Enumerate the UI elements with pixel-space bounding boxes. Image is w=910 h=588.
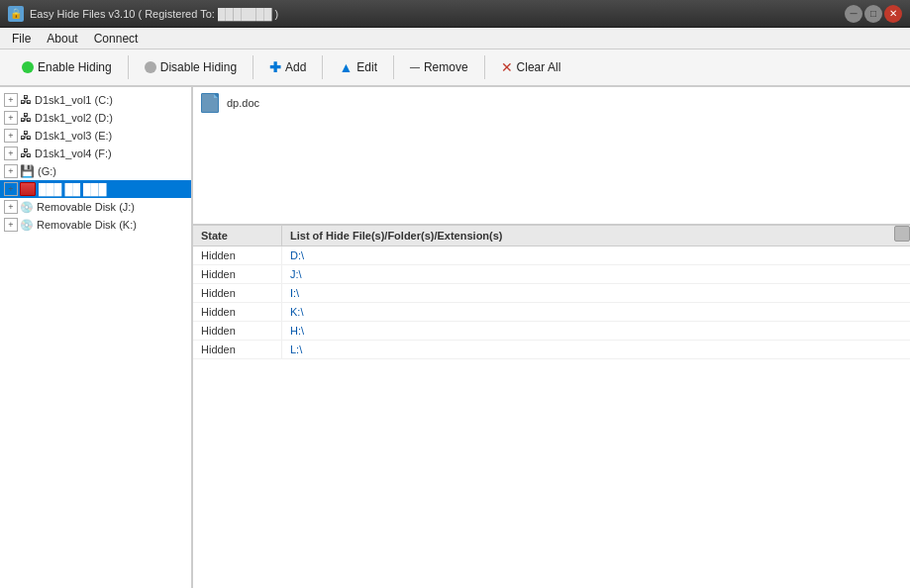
- file-preview: dp.doc: [193, 87, 910, 226]
- menu-bar: File About Connect: [0, 28, 910, 49]
- menu-file[interactable]: File: [4, 30, 39, 48]
- title-bar-controls: ─ □ ✕: [845, 5, 902, 23]
- table-row[interactable]: Hidden I:\: [193, 284, 910, 303]
- disable-hiding-button[interactable]: Disable Hiding: [131, 49, 251, 85]
- list-scroll-indicator: [894, 226, 910, 242]
- disk-icon-f: 🖧: [20, 147, 32, 160]
- tree-label-d: D1sk1_vol2 (D:): [35, 112, 113, 124]
- tree-item-g[interactable]: + 💾 (G:): [0, 162, 191, 180]
- tree-item-e[interactable]: + 🖧 D1sk1_vol3 (E:): [0, 127, 191, 145]
- row-path-4: H:\: [282, 322, 910, 340]
- row-path-1: J:\: [282, 265, 910, 283]
- disk-icon-e: 🖧: [20, 129, 32, 143]
- tree-item-f[interactable]: + 🖧 D1sk1_vol4 (F:): [0, 145, 191, 162]
- enable-hiding-dot: [22, 61, 34, 73]
- tree-label-red: ███ ██ ███: [39, 183, 106, 195]
- enable-hiding-label: Enable Hiding: [38, 60, 112, 74]
- edit-label: Edit: [356, 60, 377, 74]
- expand-icon-k[interactable]: +: [4, 218, 18, 232]
- remove-label: Remove: [424, 60, 468, 74]
- table-row[interactable]: Hidden L:\: [193, 341, 910, 359]
- close-button[interactable]: ✕: [884, 5, 902, 23]
- col-path-header: List of Hide File(s)/Folder(s)/Extension…: [282, 226, 894, 245]
- table-row[interactable]: Hidden D:\: [193, 246, 910, 265]
- red-disk-icon: [20, 182, 36, 196]
- expand-icon-c[interactable]: +: [4, 93, 18, 107]
- remove-button[interactable]: ─ Remove: [396, 49, 482, 85]
- row-path-3: K:\: [282, 303, 910, 321]
- table-row[interactable]: Hidden H:\: [193, 322, 910, 341]
- toolbar-separator-4: [393, 55, 394, 79]
- removable-icon-j: 💿: [20, 201, 34, 214]
- tree-label-c: D1sk1_vol1 (C:): [35, 94, 113, 106]
- add-button[interactable]: ✚ Add: [255, 49, 320, 85]
- toolbar-separator-2: [253, 55, 253, 79]
- toolbar-separator-5: [484, 55, 485, 79]
- table-row[interactable]: Hidden K:\: [193, 303, 910, 322]
- clear-all-label: Clear All: [517, 60, 561, 74]
- row-state-2: Hidden: [193, 284, 282, 302]
- row-path-0: D:\: [282, 246, 910, 264]
- toolbar-separator-3: [322, 55, 323, 79]
- toolbar-separator-1: [128, 55, 129, 79]
- expand-icon-j[interactable]: +: [4, 200, 18, 214]
- edit-button[interactable]: ▲ Edit: [325, 49, 391, 85]
- toolbar: Enable Hiding Disable Hiding ✚ Add ▲ Edi…: [0, 49, 910, 87]
- file-name: dp.doc: [227, 97, 259, 109]
- tree-item-c[interactable]: + 🖧 D1sk1_vol1 (C:): [0, 91, 191, 109]
- disk-icon-c: 🖧: [20, 93, 32, 107]
- maximize-button[interactable]: □: [864, 5, 882, 23]
- left-panel: + 🖧 D1sk1_vol1 (C:) + 🖧 D1sk1_vol2 (D:) …: [0, 87, 193, 588]
- tree-label-k: Removable Disk (K:): [37, 219, 137, 231]
- row-state-3: Hidden: [193, 303, 282, 321]
- expand-icon-f[interactable]: +: [4, 147, 18, 160]
- disk-icon-d: 🖧: [20, 111, 32, 125]
- row-path-5: L:\: [282, 341, 910, 358]
- tree-label-e: D1sk1_vol3 (E:): [35, 130, 112, 142]
- row-path-2: I:\: [282, 284, 910, 302]
- menu-about[interactable]: About: [39, 30, 85, 48]
- title-bar-text: Easy Hide Files v3.10 ( Registered To: █…: [30, 8, 278, 20]
- tree-item-k[interactable]: + 💿 Removable Disk (K:): [0, 216, 191, 234]
- tree-label-f: D1sk1_vol4 (F:): [35, 147, 112, 159]
- disable-hiding-label: Disable Hiding: [160, 60, 237, 74]
- col-state-header: State: [193, 226, 282, 245]
- tree-item-j[interactable]: + 💿 Removable Disk (J:): [0, 198, 191, 216]
- disk-icon-g: 💾: [20, 164, 35, 178]
- title-bar: 🔒 Easy Hide Files v3.10 ( Registered To:…: [0, 0, 910, 28]
- remove-icon: ─: [410, 59, 420, 75]
- main-content: + 🖧 D1sk1_vol1 (C:) + 🖧 D1sk1_vol2 (D:) …: [0, 87, 910, 588]
- expand-icon-g[interactable]: +: [4, 164, 18, 178]
- tree-item-d[interactable]: + 🖧 D1sk1_vol2 (D:): [0, 109, 191, 127]
- edit-icon: ▲: [339, 59, 353, 75]
- removable-icon-k: 💿: [20, 219, 34, 232]
- expand-icon-e[interactable]: +: [4, 129, 18, 143]
- title-bar-left: 🔒 Easy Hide Files v3.10 ( Registered To:…: [8, 6, 278, 22]
- table-row[interactable]: Hidden J:\: [193, 265, 910, 284]
- disable-hiding-dot: [145, 61, 156, 73]
- menu-connect[interactable]: Connect: [86, 30, 147, 48]
- right-panel: dp.doc State List of Hide File(s)/Folder…: [193, 87, 910, 588]
- file-item-doc[interactable]: dp.doc: [201, 93, 259, 113]
- expand-icon-red[interactable]: +: [4, 182, 18, 196]
- clear-all-button[interactable]: ✕ Clear All: [487, 49, 575, 85]
- enable-hiding-button[interactable]: Enable Hiding: [8, 49, 126, 85]
- add-icon: ✚: [269, 59, 281, 75]
- hidden-list: State List of Hide File(s)/Folder(s)/Ext…: [193, 226, 910, 588]
- add-label: Add: [285, 60, 306, 74]
- tree-label-j: Removable Disk (J:): [37, 201, 135, 213]
- row-state-5: Hidden: [193, 341, 282, 358]
- row-state-0: Hidden: [193, 246, 282, 264]
- tree-label-g: (G:): [38, 165, 56, 177]
- doc-file-icon: [201, 93, 219, 113]
- clear-all-icon: ✕: [501, 59, 513, 75]
- tree-item-red[interactable]: + ███ ██ ███: [0, 180, 191, 198]
- minimize-button[interactable]: ─: [845, 5, 862, 23]
- row-state-4: Hidden: [193, 322, 282, 340]
- app-icon: 🔒: [8, 6, 24, 22]
- expand-icon-d[interactable]: +: [4, 111, 18, 125]
- row-state-1: Hidden: [193, 265, 282, 283]
- hidden-list-header: State List of Hide File(s)/Folder(s)/Ext…: [193, 226, 910, 246]
